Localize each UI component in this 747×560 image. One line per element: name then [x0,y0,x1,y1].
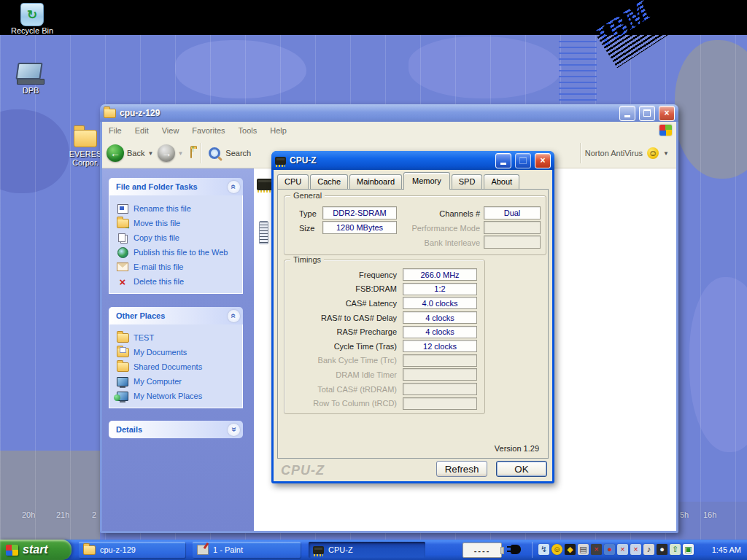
email-icon [117,262,128,272]
desktop-icon-dpb[interactable]: DPB [7,63,54,95]
taskbar-clock[interactable]: 1:45 AM [712,540,741,560]
timezone-label: 5h [680,510,689,519]
ok-button[interactable]: OK [496,461,547,477]
paint-icon [197,545,209,555]
tray-network-disconnected-icon[interactable]: × [617,544,628,555]
tray-power-scheme-icon[interactable]: ↯ [538,544,549,555]
memory-tab-page: General Type DDR2-SDRAM Size 1280 MBytes… [277,189,549,459]
menu-edit[interactable]: Edit [128,126,155,135]
tray-vnc-icon[interactable]: ▣ [683,544,694,555]
taskbar-task-paint[interactable]: 1 - Paint [193,542,301,558]
my-network-icon [117,391,128,401]
cpuz-title-bar[interactable]: CPU-Z × [271,151,554,170]
tab-spd[interactable]: SPD [452,174,483,189]
tab-memory[interactable]: Memory [403,172,450,190]
tray-messenger-icon[interactable]: ● [604,544,615,555]
close-button[interactable]: × [535,153,551,168]
timings-rows: Frequency266.0 MHz FSB:DRAM1:2 CAS# Late… [289,268,480,411]
task-rename-this-file[interactable]: Rename this file [117,201,239,216]
refresh-button[interactable]: Refresh [436,461,487,477]
tray-safely-remove-icon[interactable]: ⇧ [670,544,681,555]
explorer-title-bar[interactable]: cpu-z-129 × [100,104,678,122]
tray-volume-icon[interactable]: ♪ [643,544,654,555]
menu-tools[interactable]: Tools [232,126,264,135]
tab-mainboard[interactable]: Mainboard [349,174,402,189]
place-test[interactable]: TEST [117,330,239,345]
timing-row-fsb-dram: FSB:DRAM1:2 [289,282,480,297]
tray-wireless-disconnected-icon[interactable]: × [630,544,641,555]
tray-liveupdate-icon[interactable]: ◆ [565,544,576,555]
minimize-button[interactable] [619,106,635,121]
desktop: IBM 20h 21h 2 5h 16h ↻ Recycle Bin DPB E… [0,0,747,560]
file-icon-chip[interactable] [257,179,273,190]
search-icon [209,147,220,159]
timezone-label: 2 [92,510,96,519]
timing-row-frequency: Frequency266.0 MHz [289,268,480,282]
rename-icon [117,203,128,214]
menu-help[interactable]: Help [263,126,293,135]
up-button[interactable]: ↑ [190,149,192,158]
timing-row-dram-idle-timer: DRAM Idle Timer [289,368,480,382]
cpuz-logo: CPU-Z [281,463,325,478]
expand-chevron-icon[interactable]: « [228,424,240,436]
battery-meter[interactable]: ---- [462,542,502,558]
file-icon-ruler[interactable] [259,221,268,244]
laptop-icon [17,63,44,85]
shared-documents-icon [117,362,128,372]
folder-icon [104,109,116,118]
panel-file-folder-tasks: File and Folder Tasks « Rename this file… [109,178,243,294]
cpuz-window-title: CPU-Z [290,155,492,166]
task-publish-to-web[interactable]: Publish this file to the Web [117,245,239,260]
norton-icon: ☺ [647,147,659,159]
tray-offline-files-icon[interactable]: × [591,544,602,555]
move-icon: → [117,218,128,228]
back-dropdown-icon[interactable]: ▼ [147,150,153,157]
forward-button[interactable]: → ▼ [158,144,183,162]
tray-ghost-icon[interactable]: ● [657,544,667,555]
forward-icon: → [158,144,175,162]
close-button[interactable]: × [659,106,675,121]
taskbar-task-cpuz[interactable]: CPU-Z [309,542,425,558]
place-my-computer[interactable]: My Computer [117,374,239,389]
publish-web-icon [117,247,128,257]
tab-cache[interactable]: Cache [310,174,348,189]
maximize-button[interactable] [639,106,655,121]
place-my-documents[interactable]: My Documents [117,345,239,359]
menu-favorites[interactable]: Favorites [185,126,231,135]
timing-row-ras-to-cas: RAS# to CAS# Delay4 clocks [289,311,480,325]
minimize-button[interactable] [495,153,511,168]
collapse-chevron-icon[interactable]: « [228,310,240,322]
task-move-this-file[interactable]: → Move this file [117,216,239,230]
tray-printer-icon[interactable]: ▤ [578,544,589,555]
collapse-chevron-icon[interactable]: « [228,181,240,193]
maximize-button-disabled [515,153,531,168]
start-button[interactable]: start [0,540,71,560]
folder-icon [83,545,96,555]
timing-row-cas-latency: CAS# Latency4.0 clocks [289,296,480,311]
place-my-network-places[interactable]: My Network Places [117,389,239,403]
panel-header[interactable]: File and Folder Tasks « [109,178,243,195]
channels-value: Dual [484,206,541,219]
forward-dropdown-icon[interactable]: ▼ [177,150,183,157]
panel-header[interactable]: Details « [109,421,243,438]
menu-view[interactable]: View [155,126,186,135]
tab-cpu[interactable]: CPU [277,174,309,189]
task-copy-this-file[interactable]: Copy this file [117,230,239,245]
norton-antivirus-button[interactable]: Norton AntiVirus ☺ ▼ [585,147,669,159]
general-groupbox: General Type DDR2-SDRAM Size 1280 MBytes… [284,195,546,255]
tray-norton-antivirus-icon[interactable]: ☺ [551,544,562,555]
task-email-this-file[interactable]: E-mail this file [117,260,239,274]
back-button[interactable]: ← Back ▼ [107,144,153,162]
norton-dropdown-icon[interactable]: ▼ [663,150,669,157]
memory-type-value: DDR2-SDRAM [322,206,397,219]
taskbar-task-cpu-z-129[interactable]: cpu-z-129 [79,542,185,558]
folder-icon [74,130,97,147]
menu-file[interactable]: File [102,126,128,135]
desktop-icon-recycle-bin[interactable]: ↻ Recycle Bin [9,3,55,35]
panel-header[interactable]: Other Places « [109,307,243,324]
explorer-task-pane: File and Folder Tasks « Rename this file… [102,168,254,531]
task-delete-this-file[interactable]: × Delete this file [117,274,239,289]
place-shared-documents[interactable]: Shared Documents [117,359,239,374]
tab-about[interactable]: About [484,174,519,189]
search-button[interactable]: Search [209,147,251,159]
